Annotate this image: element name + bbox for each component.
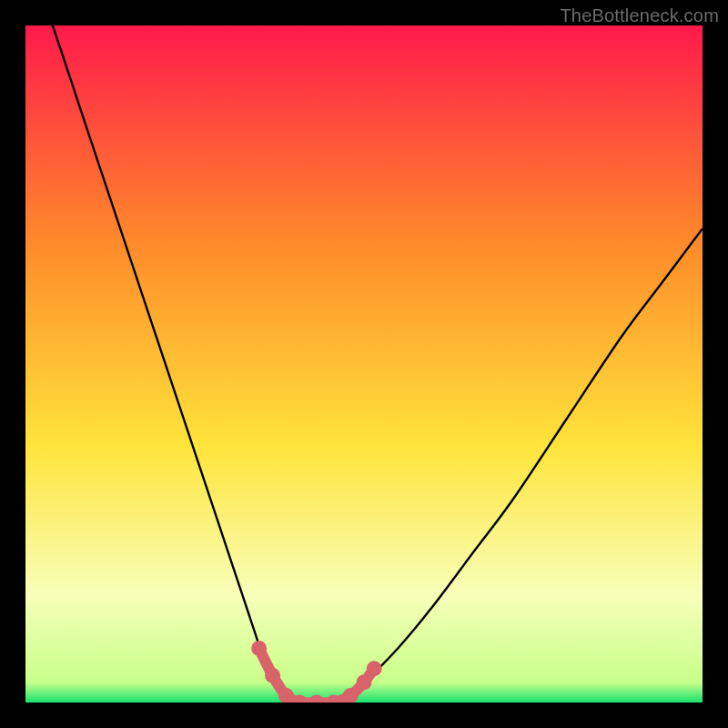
watermark-text: TheBottleneck.com: [560, 5, 719, 26]
marker-dot: [357, 674, 372, 690]
marker-dot: [367, 661, 382, 676]
chart-frame: TheBottleneck.com: [0, 0, 728, 728]
marker-dot: [251, 641, 267, 656]
marker-group: [251, 641, 381, 703]
marker-dot: [265, 668, 280, 683]
bottleneck-curve: [25, 25, 703, 703]
plot-area: [25, 25, 703, 703]
marker-dot: [308, 695, 324, 703]
curve-layer: [25, 25, 703, 703]
